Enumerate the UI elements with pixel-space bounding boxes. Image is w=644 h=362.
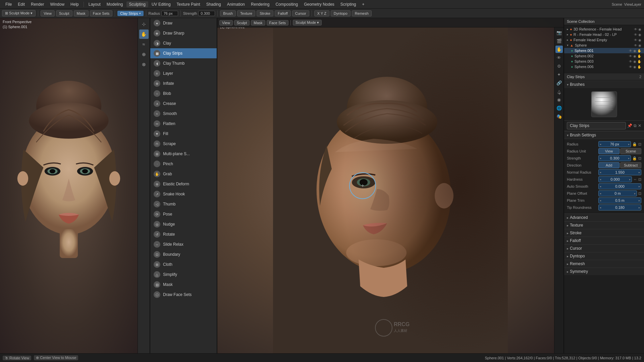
strength-input[interactable]: ◂ 0.300 ▸ <box>598 155 631 161</box>
face-sets-menu-btn[interactable]: Face Sets <box>90 10 113 16</box>
strength-value[interactable]: 0.300 <box>198 11 215 16</box>
workspace-texture-paint[interactable]: Texture Paint <box>174 1 203 7</box>
view-menu-btn[interactable]: View <box>41 10 55 16</box>
tip-roundness-right-arrow[interactable]: ▸ <box>638 206 641 209</box>
dyntopo-btn[interactable]: Dyntopo <box>331 10 351 16</box>
hardness-input[interactable]: ◂ 0.000 ▸ <box>598 176 632 182</box>
brush-layer[interactable]: ≡ Layer <box>150 68 217 78</box>
face-sets-vp-btn[interactable]: Face Sets <box>267 20 289 25</box>
brush-draw[interactable]: ● Draw <box>150 18 217 28</box>
workspace-animation[interactable]: Animation <box>224 1 248 7</box>
brush-scrape[interactable]: ⊓ Scrape <box>150 139 217 149</box>
sculpt-icon-7[interactable]: ✋ <box>637 60 641 63</box>
workspace-add[interactable]: + <box>360 1 367 7</box>
brush-snake-hook[interactable]: ↗ Snake Hook <box>150 189 217 199</box>
center-model-view[interactable] <box>217 18 564 353</box>
menu-file[interactable]: File <box>3 1 14 7</box>
render-icon-2[interactable]: ◉ <box>638 33 641 37</box>
left-viewport[interactable]: Front Perspective (1) Sphere.001 <box>0 18 150 353</box>
brush-pinch[interactable]: ⋅ Pinch <box>150 159 217 169</box>
nav-icon-constraints[interactable]: 🔗 <box>555 79 563 86</box>
remesh-btn[interactable]: Remesh <box>352 10 372 16</box>
render-icon-6[interactable]: ◉ <box>633 54 636 58</box>
radius-left-arrow[interactable]: ◂ <box>599 143 602 146</box>
tip-roundness-left-arrow[interactable]: ◂ <box>599 206 602 209</box>
render-icon-1[interactable]: ◉ <box>638 27 641 31</box>
brush-crease[interactable]: ∧ Crease <box>150 99 217 109</box>
center-viewport[interactable]: View Sculpt Mask Face Sets Sculpt Mode ▾… <box>217 18 564 353</box>
hardness-left-arrow[interactable]: ◂ <box>599 178 602 181</box>
falloff-section-toggle[interactable]: Falloff <box>564 237 644 244</box>
cursor-section-toggle[interactable]: Cursor <box>564 244 644 252</box>
mask-menu-btn[interactable]: Mask <box>74 10 89 16</box>
menu-window[interactable]: Window <box>47 1 67 7</box>
normal-radius-right-arrow[interactable]: ▸ <box>638 171 641 174</box>
brush-pose[interactable]: ⟳ Pose <box>150 209 217 219</box>
scene-item-sphere-002[interactable]: ● Sphere.002 👁 ◉ ✋ <box>564 53 644 59</box>
texture-btn[interactable]: Texture <box>237 10 255 16</box>
brush-draw-face-sets[interactable]: ⬡ Draw Face Sets <box>150 290 217 300</box>
xyz-btn[interactable]: X Y Z <box>314 10 329 16</box>
nav-icon-view[interactable]: 👁 <box>555 54 563 61</box>
brush-cloth[interactable]: ⊞ Cloth <box>150 259 217 269</box>
eye-icon-3[interactable]: 👁 <box>634 38 637 42</box>
radius-right-arrow[interactable]: ▸ <box>627 143 631 146</box>
auto-smooth-left-arrow[interactable]: ◂ <box>599 185 602 188</box>
texture-section-toggle[interactable]: Texture <box>564 221 644 229</box>
brush-btn[interactable]: Brush <box>220 10 236 16</box>
pinch-tool[interactable]: ⊗ <box>139 60 149 69</box>
brush-boundary[interactable]: ⊡ Boundary <box>150 249 217 259</box>
nav-icon-material[interactable]: ◉ <box>555 96 563 103</box>
eye-icon-8[interactable]: 👁 <box>629 65 632 69</box>
remesh-section-toggle[interactable]: Remesh <box>564 260 644 267</box>
falloff-btn[interactable]: Falloff <box>275 10 291 16</box>
eye-icon-6[interactable]: 👁 <box>629 54 632 58</box>
sculpt-icon-6[interactable]: ✋ <box>637 54 641 58</box>
brush-grab[interactable]: ✋ Grab <box>150 169 217 179</box>
sculpt-icon-5[interactable]: ✋ <box>637 49 641 53</box>
advanced-section-toggle[interactable]: Advanced <box>564 214 644 221</box>
brush-slide-relax[interactable]: ↔ Slide Relax <box>150 239 217 249</box>
eye-icon-2[interactable]: 👁 <box>634 33 637 37</box>
render-icon-4[interactable]: ◉ <box>638 44 641 47</box>
brush-nudge[interactable]: ◎ Nudge <box>150 219 217 229</box>
brush-clay-thumb[interactable]: ◖ Clay Thumb <box>150 58 217 68</box>
nav-icon-particles[interactable]: ✦ <box>555 71 563 78</box>
workspace-layout[interactable]: Layout <box>86 1 103 7</box>
menu-help[interactable]: Help <box>68 1 82 7</box>
scene-item-sphere-parent[interactable]: ▾ ▲ Sphere 👁 ◉ <box>564 43 644 48</box>
radius-unit-scene-btn[interactable]: Scene <box>620 148 641 154</box>
scene-item-sphere-006[interactable]: ● Sphere.006 👁 ◉ ✋ <box>564 64 644 69</box>
stroke-btn[interactable]: Stroke <box>257 10 273 16</box>
brush-draw-sharp[interactable]: ◈ Draw Sharp <box>150 28 217 38</box>
render-icon-7[interactable]: ◉ <box>633 60 636 63</box>
workspace-uv-editing[interactable]: UV Editing <box>149 1 173 7</box>
brush-settings-section-toggle[interactable]: Brush Settings <box>564 131 644 139</box>
radius-value[interactable]: 76 px <box>161 11 178 16</box>
sculpt-vp-btn[interactable]: Sculpt <box>234 20 250 25</box>
hardness-right-arrow[interactable]: ▸ <box>628 178 632 181</box>
radius-unit-view-btn[interactable]: View <box>598 148 620 154</box>
tip-roundness-input[interactable]: ◂ 0.180 ▸ <box>598 204 641 210</box>
scene-item-empty[interactable]: ▸ ● Female Head Empty 👁 ◉ <box>564 37 644 43</box>
symmetry-section-toggle[interactable]: Symmetry <box>564 267 644 275</box>
auto-smooth-input[interactable]: ◂ 0.000 ▸ <box>598 183 641 189</box>
render-icon-5[interactable]: ◉ <box>633 49 636 53</box>
eye-icon-1[interactable]: 👁 <box>634 27 637 31</box>
workspace-compositing[interactable]: Compositing <box>273 1 301 7</box>
nav-icon-sculpt[interactable]: ✋ <box>555 46 563 53</box>
brush-delete-btn[interactable]: ✕ <box>638 123 641 128</box>
brush-inflate[interactable]: ⊕ Inflate <box>150 78 217 88</box>
plane-offset-link-btn[interactable]: ⊡ <box>638 191 641 196</box>
scene-item-sphere-001[interactable]: ● Sphere.001 👁 ◉ ✋ <box>564 48 644 53</box>
workspace-shading[interactable]: Shading <box>204 1 224 7</box>
sculpt-tool[interactable]: ✋ <box>139 29 149 39</box>
stroke-section-toggle[interactable]: Stroke <box>564 229 644 237</box>
brush-simplify[interactable]: △ Simplify <box>150 269 217 280</box>
brush-thumb[interactable]: ◁ Thumb <box>150 199 217 209</box>
strength-link-btn[interactable]: ⊡ <box>638 156 641 161</box>
plane-offset-right-arrow[interactable]: ▸ <box>633 192 637 195</box>
nav-icon-camera[interactable]: 📷 <box>555 29 563 36</box>
brushes-section-toggle[interactable]: Brushes <box>564 80 644 88</box>
brush-name-input[interactable]: Clay Strips <box>567 122 626 129</box>
